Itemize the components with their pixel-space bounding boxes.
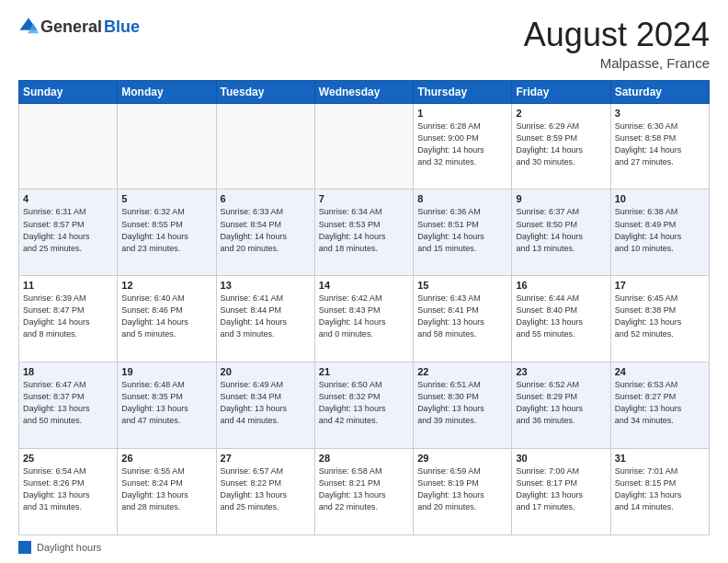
day-number: 9 xyxy=(516,193,606,204)
col-monday: Monday xyxy=(118,80,216,103)
table-row: 18Sunrise: 6:47 AM Sunset: 8:37 PM Dayli… xyxy=(19,362,118,449)
table-row xyxy=(19,103,118,190)
day-number: 15 xyxy=(417,280,507,291)
day-info: Sunrise: 6:39 AM Sunset: 8:47 PM Dayligh… xyxy=(23,293,113,340)
title-area: August 2024 Malpasse, France xyxy=(524,17,710,71)
day-number: 25 xyxy=(23,453,113,464)
logo-area: GeneralBlue xyxy=(18,17,140,37)
day-number: 7 xyxy=(319,193,409,204)
calendar-week-2: 4Sunrise: 6:31 AM Sunset: 8:57 PM Daylig… xyxy=(19,190,710,276)
table-row: 2Sunrise: 6:29 AM Sunset: 8:59 PM Daylig… xyxy=(512,103,610,190)
day-number: 6 xyxy=(221,193,311,204)
day-number: 10 xyxy=(615,193,705,204)
table-row: 26Sunrise: 6:55 AM Sunset: 8:24 PM Dayli… xyxy=(118,449,216,535)
footer: Daylight hours xyxy=(18,541,710,554)
day-number: 19 xyxy=(121,366,211,377)
table-row: 1Sunrise: 6:28 AM Sunset: 9:00 PM Daylig… xyxy=(414,103,512,190)
calendar-header: Sunday Monday Tuesday Wednesday Thursday… xyxy=(19,80,710,103)
table-row: 10Sunrise: 6:38 AM Sunset: 8:49 PM Dayli… xyxy=(610,190,709,276)
header: GeneralBlue August 2024 Malpasse, France xyxy=(18,17,710,71)
table-row: 3Sunrise: 6:30 AM Sunset: 8:58 PM Daylig… xyxy=(610,103,709,190)
table-row: 4Sunrise: 6:31 AM Sunset: 8:57 PM Daylig… xyxy=(19,190,118,276)
logo: GeneralBlue xyxy=(18,17,140,37)
day-number: 16 xyxy=(516,280,606,291)
col-tuesday: Tuesday xyxy=(216,80,314,103)
day-number: 23 xyxy=(516,366,606,377)
day-info: Sunrise: 6:41 AM Sunset: 8:44 PM Dayligh… xyxy=(221,293,311,340)
day-number: 28 xyxy=(319,453,409,464)
day-number: 1 xyxy=(417,108,507,119)
col-saturday: Saturday xyxy=(610,80,709,103)
day-number: 24 xyxy=(615,366,705,377)
calendar-week-4: 18Sunrise: 6:47 AM Sunset: 8:37 PM Dayli… xyxy=(19,362,710,449)
table-row: 19Sunrise: 6:48 AM Sunset: 8:35 PM Dayli… xyxy=(118,362,216,449)
day-info: Sunrise: 6:47 AM Sunset: 8:37 PM Dayligh… xyxy=(23,379,113,427)
day-info: Sunrise: 6:52 AM Sunset: 8:29 PM Dayligh… xyxy=(516,379,606,427)
day-info: Sunrise: 6:31 AM Sunset: 8:57 PM Dayligh… xyxy=(23,206,113,254)
day-number: 3 xyxy=(615,108,705,119)
table-row: 22Sunrise: 6:51 AM Sunset: 8:30 PM Dayli… xyxy=(414,362,512,449)
day-info: Sunrise: 6:58 AM Sunset: 8:21 PM Dayligh… xyxy=(319,465,409,513)
header-row: Sunday Monday Tuesday Wednesday Thursday… xyxy=(19,80,710,103)
day-info: Sunrise: 6:45 AM Sunset: 8:38 PM Dayligh… xyxy=(615,293,705,340)
table-row: 21Sunrise: 6:50 AM Sunset: 8:32 PM Dayli… xyxy=(314,362,413,449)
day-info: Sunrise: 6:42 AM Sunset: 8:43 PM Dayligh… xyxy=(319,293,409,340)
day-number: 2 xyxy=(516,108,606,119)
table-row: 9Sunrise: 6:37 AM Sunset: 8:50 PM Daylig… xyxy=(512,190,610,276)
table-row: 30Sunrise: 7:00 AM Sunset: 8:17 PM Dayli… xyxy=(512,449,610,535)
calendar-week-5: 25Sunrise: 6:54 AM Sunset: 8:26 PM Dayli… xyxy=(19,449,710,535)
day-info: Sunrise: 6:38 AM Sunset: 8:49 PM Dayligh… xyxy=(615,206,705,254)
table-row: 29Sunrise: 6:59 AM Sunset: 8:19 PM Dayli… xyxy=(414,449,512,535)
table-row: 23Sunrise: 6:52 AM Sunset: 8:29 PM Dayli… xyxy=(512,362,610,449)
day-info: Sunrise: 6:43 AM Sunset: 8:41 PM Dayligh… xyxy=(417,293,507,340)
day-info: Sunrise: 6:37 AM Sunset: 8:50 PM Dayligh… xyxy=(516,206,606,254)
day-number: 12 xyxy=(121,280,211,291)
calendar-table: Sunday Monday Tuesday Wednesday Thursday… xyxy=(18,80,710,535)
table-row: 16Sunrise: 6:44 AM Sunset: 8:40 PM Dayli… xyxy=(512,276,610,362)
table-row: 17Sunrise: 6:45 AM Sunset: 8:38 PM Dayli… xyxy=(610,276,709,362)
day-number: 11 xyxy=(23,280,113,291)
table-row xyxy=(118,103,216,190)
day-number: 30 xyxy=(516,453,606,464)
day-number: 21 xyxy=(319,366,409,377)
day-info: Sunrise: 6:50 AM Sunset: 8:32 PM Dayligh… xyxy=(319,379,409,427)
table-row: 14Sunrise: 6:42 AM Sunset: 8:43 PM Dayli… xyxy=(314,276,413,362)
day-info: Sunrise: 6:53 AM Sunset: 8:27 PM Dayligh… xyxy=(615,379,705,427)
table-row: 7Sunrise: 6:34 AM Sunset: 8:53 PM Daylig… xyxy=(314,190,413,276)
table-row xyxy=(216,103,314,190)
day-info: Sunrise: 6:29 AM Sunset: 8:59 PM Dayligh… xyxy=(516,121,606,168)
logo-icon xyxy=(18,17,39,37)
table-row: 5Sunrise: 6:32 AM Sunset: 8:55 PM Daylig… xyxy=(118,190,216,276)
table-row: 8Sunrise: 6:36 AM Sunset: 8:51 PM Daylig… xyxy=(414,190,512,276)
day-info: Sunrise: 6:28 AM Sunset: 9:00 PM Dayligh… xyxy=(417,121,507,168)
calendar-week-3: 11Sunrise: 6:39 AM Sunset: 8:47 PM Dayli… xyxy=(19,276,710,362)
day-info: Sunrise: 6:30 AM Sunset: 8:58 PM Dayligh… xyxy=(615,121,705,168)
table-row: 25Sunrise: 6:54 AM Sunset: 8:26 PM Dayli… xyxy=(19,449,118,535)
day-info: Sunrise: 6:48 AM Sunset: 8:35 PM Dayligh… xyxy=(121,379,211,427)
footer-label: Daylight hours xyxy=(37,542,101,553)
day-info: Sunrise: 6:57 AM Sunset: 8:22 PM Dayligh… xyxy=(221,465,311,513)
page: GeneralBlue August 2024 Malpasse, France… xyxy=(0,0,728,563)
day-number: 5 xyxy=(121,193,211,204)
day-info: Sunrise: 6:54 AM Sunset: 8:26 PM Dayligh… xyxy=(23,465,113,513)
calendar-week-1: 1Sunrise: 6:28 AM Sunset: 9:00 PM Daylig… xyxy=(19,103,710,190)
day-info: Sunrise: 6:44 AM Sunset: 8:40 PM Dayligh… xyxy=(516,293,606,340)
day-info: Sunrise: 6:33 AM Sunset: 8:54 PM Dayligh… xyxy=(221,206,311,254)
day-info: Sunrise: 6:49 AM Sunset: 8:34 PM Dayligh… xyxy=(221,379,311,427)
table-row: 28Sunrise: 6:58 AM Sunset: 8:21 PM Dayli… xyxy=(314,449,413,535)
table-row: 24Sunrise: 6:53 AM Sunset: 8:27 PM Dayli… xyxy=(610,362,709,449)
day-number: 26 xyxy=(121,453,211,464)
day-info: Sunrise: 6:40 AM Sunset: 8:46 PM Dayligh… xyxy=(121,293,211,340)
col-wednesday: Wednesday xyxy=(314,80,413,103)
month-title: August 2024 xyxy=(524,17,710,53)
logo-general: General xyxy=(40,17,102,37)
day-number: 22 xyxy=(417,366,507,377)
day-number: 27 xyxy=(221,453,311,464)
footer-box-icon xyxy=(18,541,31,554)
logo-blue: Blue xyxy=(104,17,140,37)
day-info: Sunrise: 6:36 AM Sunset: 8:51 PM Dayligh… xyxy=(417,206,507,254)
location-title: Malpasse, France xyxy=(524,55,710,71)
day-number: 8 xyxy=(417,193,507,204)
day-number: 31 xyxy=(615,453,705,464)
day-number: 4 xyxy=(23,193,113,204)
